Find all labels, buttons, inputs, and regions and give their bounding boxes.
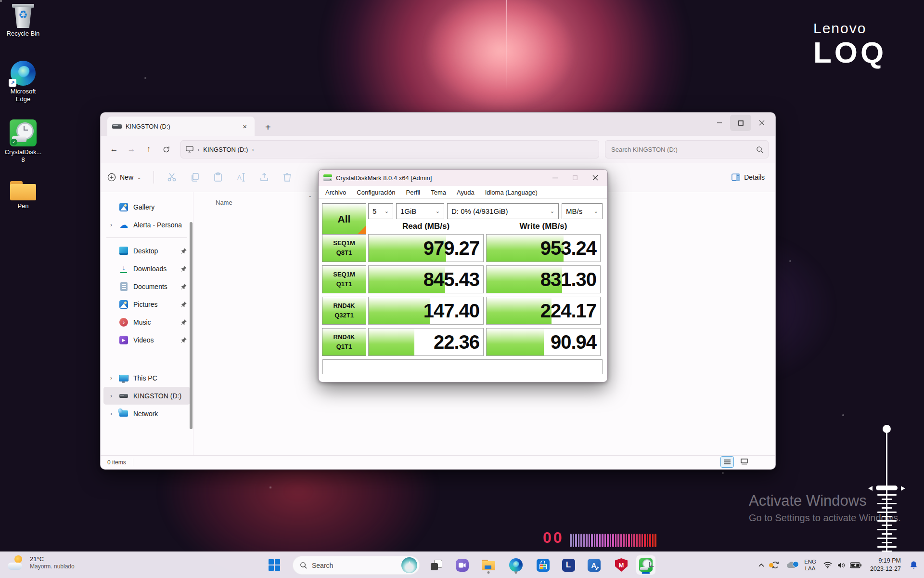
breadcrumb[interactable]: › KINGSTON (D:) ›	[180, 140, 599, 158]
menu-idioma[interactable]: Idioma (Language)	[485, 189, 538, 196]
menu-tema[interactable]: Tema	[431, 189, 446, 196]
share-button[interactable]	[259, 172, 270, 183]
pen-app-button[interactable]: A	[584, 555, 603, 575]
explorer-close-button[interactable]	[751, 115, 772, 131]
cdm-unit-select[interactable]: MB/s⌄	[562, 203, 603, 219]
wallpaper-slider-arrow-right	[901, 486, 905, 491]
sidebar-item-desktop[interactable]: Desktop	[103, 242, 190, 260]
chevron-right-icon[interactable]: ›	[108, 410, 114, 417]
sidebar-item-network[interactable]: › Network	[103, 405, 190, 422]
cdm-close-button[interactable]	[585, 170, 605, 186]
sidebar-item-videos[interactable]: ▶ Videos	[103, 331, 190, 349]
delete-button[interactable]	[282, 172, 293, 183]
explorer-tab-kingston[interactable]: KINGSTON (D:) ×	[107, 117, 255, 136]
sidebar-item-gallery[interactable]: Gallery	[103, 198, 190, 216]
cdm-write-result: 831.30	[486, 265, 601, 293]
tray-update-icon[interactable]	[768, 561, 783, 569]
explorer-search-input[interactable]	[610, 145, 756, 154]
cdm-minimize-button[interactable]	[545, 170, 565, 186]
desktop-icon-microsoft-edge[interactable]: ↗ Microsoft Edge	[0, 61, 46, 104]
notification-bell-icon[interactable]	[905, 561, 922, 569]
details-view-toggle[interactable]	[720, 456, 734, 468]
cut-button[interactable]	[167, 172, 177, 183]
breadcrumb-item-kingston[interactable]: KINGSTON (D:)	[203, 146, 248, 153]
shortcut-arrow-icon: ↗	[9, 79, 16, 87]
new-tab-button[interactable]: +	[261, 122, 275, 136]
sidebar-item-pictures[interactable]: Pictures	[103, 295, 190, 313]
cdm-test-label-rnd4k-q32t1[interactable]: RND4KQ32T1	[322, 297, 366, 325]
forward-button[interactable]: →	[123, 141, 140, 158]
file-explorer-taskbar-button[interactable]	[479, 555, 498, 575]
cdm-target-drive-select[interactable]: D: 0% (4/931GiB)⌄	[447, 203, 559, 219]
sidebar-item-music[interactable]: ♪ Music	[103, 313, 190, 331]
chevron-right-icon[interactable]: ›	[108, 222, 114, 228]
cdm-status-box[interactable]	[322, 359, 603, 374]
cdm-test-count-select[interactable]: 5⌄	[368, 203, 393, 219]
cdm-write-result: 224.17	[486, 297, 601, 325]
sidebar-item-downloads[interactable]: ↓ Downloads	[103, 260, 190, 277]
taskbar-weather-widget[interactable]: 21°C Mayorm. nublado	[8, 555, 75, 570]
wifi-icon[interactable]	[821, 562, 834, 568]
new-button[interactable]: New ⌄	[107, 173, 141, 182]
chat-button[interactable]	[452, 555, 472, 575]
explorer-minimize-button[interactable]	[709, 115, 730, 131]
details-button[interactable]: Details	[732, 173, 765, 181]
desktop-icon-recycle-bin[interactable]: ♻ Recycle Bin	[0, 4, 46, 38]
tray-chevron-up[interactable]	[755, 564, 768, 567]
sidebar-item-kingston-drive[interactable]: › KINGSTON (D:)	[103, 387, 190, 405]
tray-clock[interactable]: 9:19 PM 2023-12-27	[870, 557, 901, 573]
item-count: 0 items	[101, 459, 133, 466]
tray-onedrive-icon[interactable]	[783, 562, 799, 568]
cdm-test-label-seq1m-q1t1[interactable]: SEQ1MQ1T1	[322, 265, 366, 293]
taskbar-search[interactable]: Search	[293, 556, 420, 575]
toolbar-divider	[154, 171, 154, 184]
search-highlight-image[interactable]	[401, 557, 417, 573]
menu-perfil[interactable]: Perfil	[406, 189, 421, 196]
explorer-maximize-button[interactable]	[730, 115, 751, 131]
desktop-icon-crystaldiskmark[interactable]: ✓ CrystalDisk... 8	[0, 119, 46, 164]
thumbnail-view-toggle[interactable]	[738, 456, 750, 467]
menu-archivo[interactable]: Archivo	[325, 189, 346, 196]
volume-icon[interactable]	[834, 562, 848, 569]
back-button[interactable]: ←	[105, 141, 123, 158]
cdm-test-size-select[interactable]: 1GiB⌄	[396, 203, 444, 219]
battery-icon[interactable]	[848, 562, 863, 568]
tab-close-icon[interactable]: ×	[240, 122, 250, 131]
chevron-right-icon[interactable]: ›	[108, 393, 114, 399]
column-header-name[interactable]: Name	[216, 199, 232, 206]
start-button[interactable]	[265, 555, 284, 575]
sidebar-item-documents[interactable]: Documents	[103, 277, 190, 295]
chevron-right-icon[interactable]: ›	[108, 375, 114, 381]
edge-taskbar-button[interactable]	[506, 555, 526, 575]
refresh-button[interactable]	[157, 141, 175, 158]
pin-icon	[180, 337, 187, 343]
details-pane-icon	[732, 173, 740, 181]
watermark-subtitle: Go to Settings to activate Windows.	[749, 512, 901, 524]
sidebar-scrollbar[interactable]	[190, 222, 192, 429]
rename-button[interactable]: A	[236, 172, 246, 183]
sidebar-item-onedrive[interactable]: › ☁ Alerta - Persona	[103, 216, 190, 234]
cdm-all-button[interactable]: All	[322, 203, 366, 235]
sidebar-item-this-pc[interactable]: › This PC	[103, 369, 190, 387]
mcafee-button[interactable]: M	[612, 555, 631, 575]
cdm-test-label-seq1m-q8t1[interactable]: SEQ1MQ8T1	[322, 234, 366, 262]
cdm-test-label-rnd4k-q1t1[interactable]: RND4KQ1T1	[322, 328, 366, 356]
paste-button[interactable]	[213, 172, 223, 183]
result-value: 22.36	[434, 331, 479, 353]
downloads-icon: ↓	[119, 264, 128, 274]
menu-ayuda[interactable]: Ayuda	[457, 189, 475, 196]
menu-configuracion[interactable]: Configuración	[357, 189, 395, 196]
microsoft-store-button[interactable]	[533, 555, 552, 575]
cdm-maximize-button[interactable]	[565, 170, 585, 186]
a-pen-app-icon: A	[588, 559, 601, 572]
task-view-icon	[431, 560, 442, 570]
up-button[interactable]: ↑	[140, 141, 157, 158]
task-view-button[interactable]	[427, 555, 446, 575]
explorer-search-box[interactable]	[605, 140, 769, 158]
desktop-icon-pen-folder[interactable]: Pen	[0, 181, 46, 210]
copy-button[interactable]	[190, 172, 200, 183]
crystaldiskmark-taskbar-button[interactable]	[636, 555, 655, 575]
cdm-write-result: 90.94	[486, 328, 601, 356]
lenovo-app-button[interactable]: L	[559, 555, 578, 575]
tray-language-indicator[interactable]: ENG LAA	[804, 558, 816, 572]
